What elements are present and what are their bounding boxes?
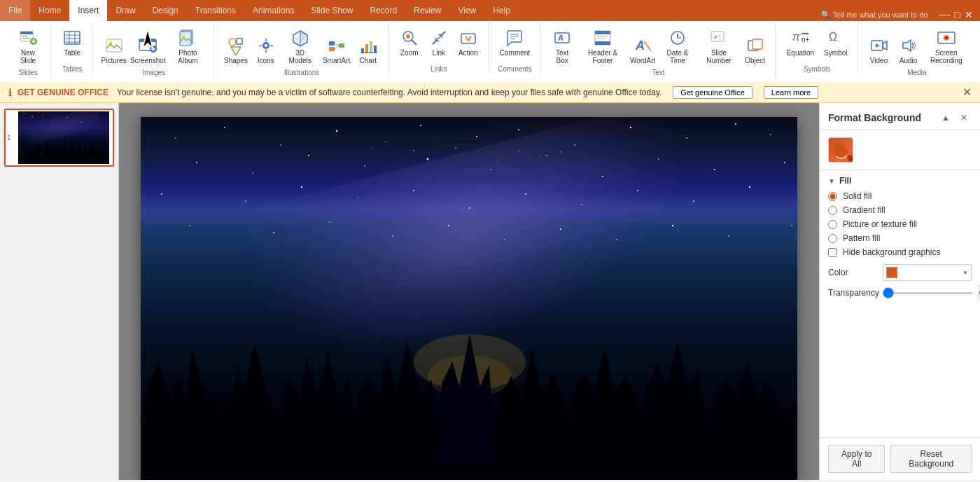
svg-point-27 xyxy=(265,44,267,47)
tab-insert[interactable]: Insert xyxy=(69,0,107,21)
color-label: Color xyxy=(828,268,877,277)
table-button[interactable]: Table xyxy=(58,25,86,60)
picture-texture-fill-radio[interactable] xyxy=(828,220,837,229)
header-footer-button[interactable]: Header & Footer xyxy=(578,25,627,67)
svg-text:A: A xyxy=(635,39,645,53)
shapes-button[interactable]: Shapes xyxy=(221,33,251,67)
ribbon: New Slide Slides Table xyxy=(0,21,980,82)
chart-button[interactable]: Chart xyxy=(354,33,382,67)
tab-file[interactable]: File xyxy=(0,0,30,21)
close-icon[interactable]: ✕ xyxy=(965,9,973,20)
svg-point-132 xyxy=(616,239,617,240)
svg-rect-33 xyxy=(329,47,335,51)
section-header-fill[interactable]: ▼ Fill xyxy=(828,176,972,186)
equation-button[interactable]: π n+1 Equation xyxy=(783,25,818,60)
fill-section: ▼ Fill Solid fill Gradient fill Picture … xyxy=(820,170,980,313)
photo-album-button[interactable]: Photo Album xyxy=(168,25,209,67)
svg-point-114 xyxy=(161,193,162,195)
screenshot-button[interactable]: Screenshot xyxy=(130,33,167,67)
color-row: Color ▼ xyxy=(828,264,972,281)
hide-background-option[interactable]: Hide background graphics xyxy=(828,247,972,257)
svg-rect-24 xyxy=(237,39,242,44)
wordart-button[interactable]: A WordArt xyxy=(629,33,657,67)
images-group: Pictures Screenshot xyxy=(94,24,214,78)
hide-background-checkbox[interactable] xyxy=(828,248,837,257)
shapes-icon xyxy=(226,36,246,55)
picture-texture-fill-option[interactable]: Picture or texture fill xyxy=(828,219,972,229)
tab-transitions[interactable]: Transitions xyxy=(187,0,244,21)
svg-line-45 xyxy=(436,35,442,41)
video-button[interactable]: Video xyxy=(865,33,893,67)
transparency-slider[interactable] xyxy=(883,292,973,294)
slide-number-icon: # 1 xyxy=(709,28,729,48)
slide-thumbnail-1[interactable]: 1 xyxy=(4,109,114,167)
svg-point-22 xyxy=(183,35,186,38)
panel-collapse-button[interactable]: ▲ xyxy=(938,110,953,125)
tab-animations[interactable]: Animations xyxy=(244,0,302,21)
svg-point-133 xyxy=(672,225,673,226)
tab-record[interactable]: Record xyxy=(361,0,405,21)
slide-number-button[interactable]: # 1 Slide Number xyxy=(698,25,739,67)
date-time-icon xyxy=(668,28,687,48)
pattern-fill-option[interactable]: Pattern fill xyxy=(828,233,972,243)
svg-point-146 xyxy=(560,151,561,152)
solid-fill-option[interactable]: Solid fill xyxy=(828,191,972,201)
screen-recording-button[interactable]: Screen Recording xyxy=(924,25,969,67)
symbol-button[interactable]: Ω Symbol xyxy=(820,25,851,60)
gradient-fill-radio[interactable] xyxy=(828,206,837,215)
learn-more-button[interactable]: Learn more xyxy=(764,86,818,99)
tab-draw[interactable]: Draw xyxy=(107,0,144,21)
pictures-button[interactable]: Pictures xyxy=(99,33,128,67)
info-close-button[interactable]: ✕ xyxy=(962,85,972,99)
comment-button[interactable]: Comment xyxy=(496,25,534,60)
svg-point-93 xyxy=(336,130,337,132)
svg-point-109 xyxy=(546,155,547,156)
color-picker-button[interactable]: ▼ xyxy=(883,264,972,281)
restore-icon[interactable]: □ xyxy=(955,9,960,20)
pattern-fill-radio[interactable] xyxy=(828,234,837,243)
get-genuine-office-button[interactable]: Get genuine Office xyxy=(673,86,752,99)
tab-view[interactable]: View xyxy=(449,0,484,21)
new-slide-button[interactable]: New Slide xyxy=(11,25,45,67)
smartart-button[interactable]: SmartArt xyxy=(320,33,352,67)
tab-design[interactable]: Design xyxy=(144,0,186,21)
tab-slide-show[interactable]: Slide Show xyxy=(302,0,361,21)
link-button[interactable]: Link xyxy=(425,25,453,60)
apply-to-all-button[interactable]: Apply to All xyxy=(828,445,885,473)
panel-header: Format Background ▲ ✕ xyxy=(820,103,980,130)
svg-point-99 xyxy=(630,127,631,128)
canvas-area[interactable] xyxy=(119,103,819,480)
text-box-button[interactable]: A Text Box xyxy=(547,25,577,67)
tab-help[interactable]: Help xyxy=(484,0,519,21)
audio-button[interactable]: Audio xyxy=(895,33,923,67)
panel-close-button[interactable]: ✕ xyxy=(956,110,972,125)
color-swatch-area xyxy=(820,130,980,170)
tab-home[interactable]: Home xyxy=(30,0,69,21)
icons-button[interactable]: Icons xyxy=(252,33,280,67)
comment-icon xyxy=(505,28,524,48)
svg-marker-73 xyxy=(883,41,887,50)
svg-point-101 xyxy=(735,123,736,125)
gradient-fill-option[interactable]: Gradient fill xyxy=(828,205,972,215)
solid-fill-radio[interactable] xyxy=(828,192,837,201)
illustrations-group: Shapes Icons xyxy=(216,24,388,78)
chart-icon xyxy=(358,36,378,55)
search-box[interactable]: 🔍 Tell me what you want to do xyxy=(821,11,928,20)
minimize-icon[interactable]: — xyxy=(939,8,951,21)
action-button[interactable]: Action xyxy=(454,25,482,60)
svg-point-91 xyxy=(224,127,225,128)
svg-point-138 xyxy=(393,156,393,156)
symbols-group: π n+1 Equation Ω Symbol Symbols xyxy=(777,24,858,74)
3d-models-button[interactable]: 3D Models xyxy=(281,25,319,67)
transparency-label: Transparency xyxy=(828,288,877,298)
zoom-button[interactable]: Zoom xyxy=(396,25,424,60)
svg-point-136 xyxy=(350,151,351,152)
tab-review[interactable]: Review xyxy=(405,0,449,21)
svg-point-141 xyxy=(455,147,456,148)
object-button[interactable]: Object xyxy=(741,33,769,67)
reset-background-button[interactable]: Reset Background xyxy=(890,445,972,473)
date-time-button[interactable]: Date & Time xyxy=(658,25,696,67)
svg-point-121 xyxy=(581,204,582,205)
panel-footer: Apply to All Reset Background xyxy=(820,437,980,480)
color-swatch-preview[interactable] xyxy=(828,137,853,163)
